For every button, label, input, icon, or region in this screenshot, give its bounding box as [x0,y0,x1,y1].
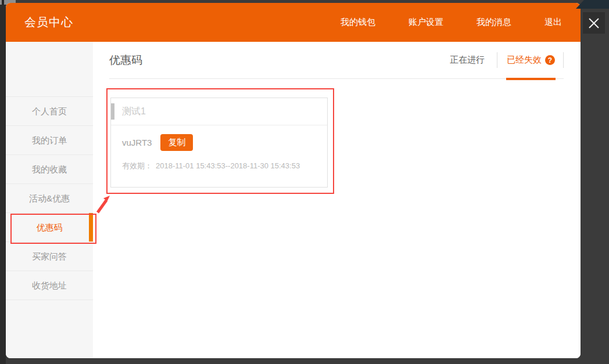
coupon-code: vuJRT3 [122,138,152,147]
validity-label: 有效期： [122,161,152,170]
copy-button[interactable]: 复制 [160,134,193,151]
tabs: 正在进行 已经失效 ? [438,42,564,78]
main-content: 优惠码 正在进行 已经失效 ? 测试1 [93,42,581,358]
tab-expired-label: 已经失效 [507,55,542,66]
nav-item-messages[interactable]: 我的消息 [477,17,511,28]
sidebar-item-favorites[interactable]: 我的收藏 [6,155,93,184]
nav-item-settings[interactable]: 账户设置 [409,17,443,28]
coupon-code-row: vuJRT3 复制 [122,134,327,151]
sidebar-item-promos[interactable]: 活动&优惠 [6,184,93,213]
modal-header: 会员中心 我的钱包 账户设置 我的消息 退出 [6,3,581,42]
sidebar-top-spacer [6,42,93,97]
help-icon[interactable]: ? [545,55,555,65]
modal-body: 个人首页 我的订单 我的收藏 活动&优惠 优惠码 买家问答 收货地址 优惠码 正… [6,42,581,358]
content-header: 优惠码 正在进行 已经失效 ? [109,42,564,79]
validity-value: 2018-11-01 15:43:53--2018-11-30 15:43:53 [156,161,300,170]
sidebar-item-coupon-codes[interactable]: 优惠码 [6,213,93,242]
nav-item-wallet[interactable]: 我的钱包 [341,17,375,28]
tab-expired[interactable]: 已经失效 ? [497,42,563,79]
tab-ongoing[interactable]: 正在进行 [438,42,497,79]
card-accent-bar [111,103,114,120]
sidebar-item-address[interactable]: 收货地址 [6,271,93,300]
close-icon [587,16,601,30]
section-title: 优惠码 [109,53,142,68]
coupon-validity: 有效期：2018-11-01 15:43:53--2018-11-30 15:4… [122,161,327,171]
sidebar-item-home[interactable]: 个人首页 [6,97,93,126]
active-indicator-bar [89,213,93,242]
sidebar: 个人首页 我的订单 我的收藏 活动&优惠 优惠码 买家问答 收货地址 [6,42,93,358]
tab-divider [563,52,564,68]
coupon-card: 测试1 vuJRT3 复制 有效期：2018-11-01 15:43:53--2… [110,98,328,188]
coupon-card-body: vuJRT3 复制 有效期：2018-11-01 15:43:53--2018-… [111,125,327,171]
sidebar-item-label: 优惠码 [37,222,63,232]
close-button[interactable] [583,12,605,34]
top-nav: 我的钱包 账户设置 我的消息 退出 [341,17,562,28]
coupon-name: 测试1 [122,106,146,118]
nav-item-logout[interactable]: 退出 [544,17,562,28]
background-page-topbar [576,0,609,9]
background-page-strip [0,0,6,364]
coupon-card-header: 测试1 [111,98,327,125]
sidebar-item-orders[interactable]: 我的订单 [6,126,93,155]
member-center-modal: 会员中心 我的钱包 账户设置 我的消息 退出 个人首页 我的订单 我的收藏 活动… [6,3,581,358]
page-title: 会员中心 [24,15,73,30]
sidebar-item-buyer-qa[interactable]: 买家问答 [6,242,93,271]
